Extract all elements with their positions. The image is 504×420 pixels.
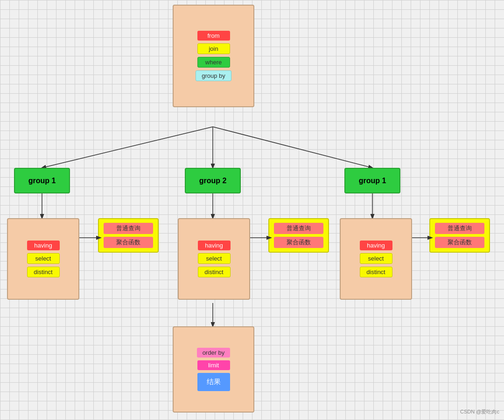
group1-right-label: group 1 bbox=[359, 177, 386, 185]
distinct-right: distinct bbox=[360, 267, 392, 277]
group2-mid: group 2 bbox=[185, 168, 241, 193]
top-node: from join where group by bbox=[173, 5, 254, 107]
putong-right: 普通查询 bbox=[435, 223, 484, 234]
sub-node-right: having select distinct bbox=[340, 218, 412, 300]
having-right: having bbox=[360, 241, 392, 250]
juhe-mid: 聚合函数 bbox=[274, 237, 323, 248]
bottom-node: order by limit 结果 bbox=[173, 326, 254, 413]
svg-line-1 bbox=[42, 127, 213, 168]
distinct-mid: distinct bbox=[198, 267, 231, 277]
select-mid: select bbox=[198, 253, 231, 264]
from-badge: from bbox=[197, 31, 230, 41]
limit-badge: limit bbox=[197, 360, 230, 370]
watermark: CSDN @爱吃肉c bbox=[460, 408, 499, 415]
having-mid: having bbox=[198, 241, 231, 250]
svg-line-3 bbox=[213, 127, 372, 168]
group1-right: group 1 bbox=[344, 168, 400, 193]
sub-node-left: having select distinct bbox=[7, 218, 79, 300]
join-badge: join bbox=[197, 43, 230, 54]
orderby-badge: order by bbox=[197, 348, 231, 358]
query-node-left: 普通查询 聚合函数 bbox=[98, 218, 159, 253]
putong-left: 普通查询 bbox=[104, 223, 153, 234]
group2-mid-label: group 2 bbox=[199, 177, 227, 185]
sub-node-mid: having select distinct bbox=[178, 218, 250, 300]
group1-left: group 1 bbox=[14, 168, 70, 193]
group1-left-label: group 1 bbox=[28, 177, 56, 185]
putong-mid: 普通查询 bbox=[274, 223, 323, 234]
query-node-right: 普通查询 聚合函数 bbox=[429, 218, 490, 253]
having-left: having bbox=[27, 241, 60, 250]
result-badge: 结果 bbox=[197, 373, 230, 391]
distinct-left: distinct bbox=[27, 267, 60, 277]
where-badge: where bbox=[197, 57, 230, 68]
select-right: select bbox=[360, 253, 392, 264]
groupby-badge: group by bbox=[196, 70, 231, 81]
select-left: select bbox=[27, 253, 60, 264]
juhe-right: 聚合函数 bbox=[435, 237, 484, 248]
query-node-mid: 普通查询 聚合函数 bbox=[268, 218, 329, 253]
juhe-left: 聚合函数 bbox=[104, 237, 153, 248]
